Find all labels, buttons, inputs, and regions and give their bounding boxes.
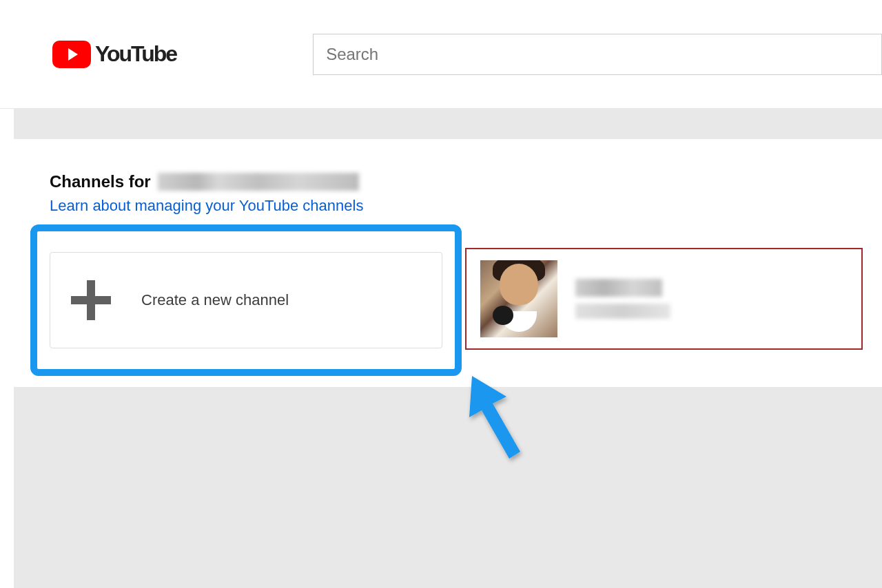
create-channel-highlight: Create a new channel — [30, 224, 462, 376]
content-area: Channels for Learn about managing your Y… — [14, 139, 882, 376]
heading-prefix: Channels for — [50, 172, 151, 191]
account-email-redacted — [158, 173, 359, 191]
separator-band — [14, 109, 882, 139]
channels-row: Create a new channel — [50, 224, 882, 376]
bottom-background — [14, 387, 882, 588]
youtube-wordmark: YouTube — [95, 41, 176, 67]
channel-subtitle-redacted — [575, 304, 670, 319]
youtube-logo[interactable]: YouTube — [52, 41, 176, 68]
channel-avatar — [480, 260, 557, 337]
create-channel-card[interactable]: Create a new channel — [50, 252, 442, 348]
channel-name-redacted — [575, 279, 662, 297]
search-input[interactable]: Search — [313, 34, 882, 75]
learn-more-link[interactable]: Learn about managing your YouTube channe… — [50, 197, 882, 215]
page-title: Channels for — [50, 172, 882, 191]
create-channel-label: Create a new channel — [141, 291, 289, 309]
plus-icon — [71, 280, 111, 320]
youtube-play-icon — [52, 41, 91, 68]
existing-channel-card[interactable] — [465, 248, 863, 350]
header-bar: YouTube Search — [0, 0, 882, 109]
search-placeholder: Search — [326, 45, 378, 64]
channel-info — [575, 279, 670, 319]
